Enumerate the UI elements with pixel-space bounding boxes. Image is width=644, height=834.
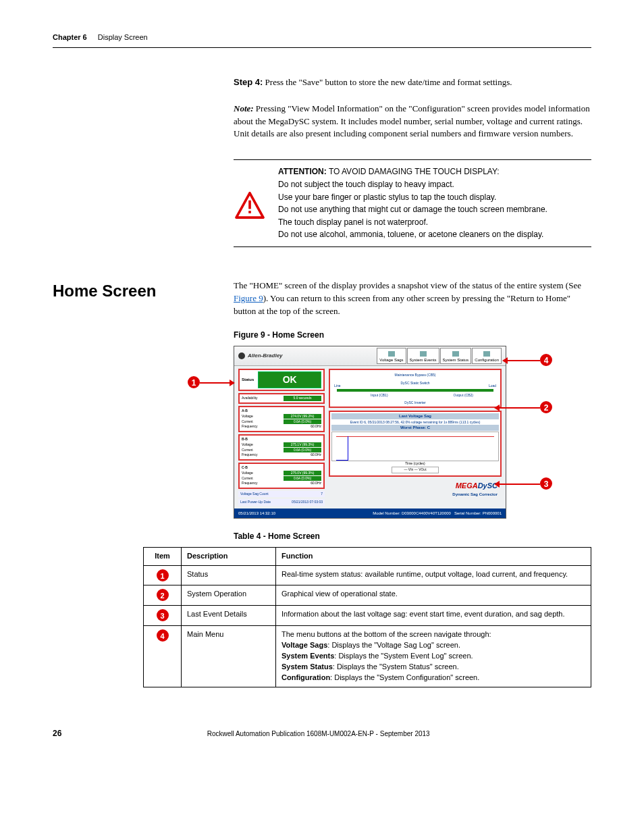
- clock: 05/21/2013 14:32:10: [238, 511, 275, 517]
- graph-subtitle: Worst Phase: C: [331, 425, 499, 431]
- step4-text: Press the "Save" button to store the new…: [265, 77, 512, 87]
- attention-lead: TO AVOID DAMAGING THE TOUCH DISPLAY:: [329, 167, 500, 176]
- para-pre: The "HOME" screen of the display provide…: [234, 280, 581, 290]
- chapter-title: Display Screen: [98, 32, 148, 43]
- note-label: Note:: [234, 103, 254, 113]
- note: Note: Pressing "View Model Information" …: [234, 103, 591, 141]
- status-panel: Status OK: [238, 369, 325, 390]
- graph-title: Last Voltage Sag: [331, 413, 499, 419]
- table-header-row: Item Description Function: [144, 547, 591, 565]
- phase-name: B-B: [242, 437, 321, 442]
- graph-legend: — VIn — VOut: [392, 467, 439, 473]
- item-badge: 1: [157, 569, 169, 581]
- main-menu: Voltage Sags System Events System Status…: [377, 348, 502, 365]
- callout-4: 4: [540, 354, 552, 366]
- warning-icon: [234, 165, 266, 241]
- callout-1: 1: [188, 376, 200, 388]
- row-desc: Main Menu: [182, 626, 276, 687]
- th-desc: Description: [182, 547, 276, 565]
- status-ok: OK: [258, 371, 321, 388]
- para-post: ). You can return to this screen from an…: [234, 293, 570, 316]
- table-row: 4 Main Menu The menu buttons at the bott…: [144, 626, 591, 687]
- item-badge: 3: [157, 609, 169, 621]
- attention-line: The touch display panel is not waterproo…: [278, 216, 547, 229]
- step4: Step 4: Press the "Save" button to store…: [234, 76, 591, 89]
- phase-bb: B-B Voltage275.1V (99.3%) Current0.6A (0…: [238, 434, 325, 461]
- running-header: Chapter 6 Display Screen: [53, 32, 591, 43]
- row-func: The menu buttons at the bottom of the sc…: [276, 626, 591, 687]
- phase-name: A-B: [242, 409, 321, 413]
- status-label: Status: [242, 377, 254, 383]
- sag-count: Voltage Sag Count7: [238, 491, 325, 497]
- brand: Allen-Bradley: [238, 352, 283, 360]
- menu-system-status[interactable]: System Status: [440, 348, 472, 365]
- home-screen-para: The "HOME" screen of the display provide…: [234, 280, 591, 318]
- phase-cb: C-B Voltage275.0V (99.3%) Current0.6A (0…: [238, 463, 325, 489]
- attention-label: ATTENTION:: [278, 167, 327, 176]
- attention-line: Use your bare finger or plastic stylus t…: [278, 191, 547, 204]
- callout-2: 2: [540, 401, 552, 413]
- last-sag-graph: Last Voltage Sag Event ID 6, 05/21/2013 …: [329, 411, 502, 476]
- power-up: Last Power-Up Date05/21/2013 07:03:03: [238, 499, 325, 505]
- attention-line: Do not use alcohol, ammonia, toluene, or…: [278, 228, 547, 241]
- table-caption: Table 4 - Home Screen: [234, 531, 591, 542]
- row-func: Real-time system status: available runti…: [276, 565, 591, 585]
- graph-plot: [331, 432, 499, 461]
- attention-line: Do not subject the touch display to heav…: [278, 178, 547, 191]
- system-diagram: Maintenance Bypass (CB5) Line Load DySC …: [329, 369, 502, 408]
- note-text: Pressing "View Model Information" on the…: [234, 103, 590, 139]
- th-item: Item: [144, 547, 182, 565]
- table-row: 1 Status Real-time system status: availa…: [144, 565, 591, 585]
- attention-text: ATTENTION: TO AVOID DAMAGING THE TOUCH D…: [278, 165, 547, 241]
- figure-9: Allen-Bradley Voltage Sags System Events…: [188, 346, 552, 519]
- availability-panel: Availability5.0 seconds: [238, 393, 325, 404]
- availability-value: 5.0 seconds: [284, 396, 321, 400]
- hmi-screenshot: Allen-Bradley Voltage Sags System Events…: [234, 346, 506, 519]
- attention-box: ATTENTION: TO AVOID DAMAGING THE TOUCH D…: [234, 159, 591, 247]
- row-desc: Last Event Details: [182, 606, 276, 626]
- chapter-label: Chapter 6: [53, 32, 87, 43]
- item-badge: 4: [157, 629, 169, 642]
- phase-name: C-B: [242, 465, 321, 470]
- brand-logo-icon: [238, 353, 245, 359]
- step4-label: Step 4:: [234, 77, 263, 87]
- graph-xaxis: Time (cycles): [331, 461, 499, 466]
- th-func: Function: [276, 547, 591, 565]
- hmi-footer: 05/21/2013 14:32:10 Model Number: D03000…: [234, 509, 506, 519]
- menu-voltage-sags[interactable]: Voltage Sags: [377, 348, 406, 365]
- availability-label: Availability: [242, 396, 258, 400]
- figure-link[interactable]: Figure 9: [234, 293, 263, 303]
- row-desc: Status: [182, 565, 276, 585]
- menu-system-events[interactable]: System Events: [407, 348, 439, 365]
- page-number: 26: [53, 728, 61, 739]
- row-func: Graphical view of operational state.: [276, 585, 591, 606]
- page-footer: 26 Rockwell Automation Publication 1608M…: [53, 728, 591, 739]
- product-logo: MEGADySC Dynamic Sag Corrector: [329, 479, 502, 499]
- menu-configuration[interactable]: Configuration: [472, 348, 502, 365]
- brand-text: Allen-Bradley: [248, 352, 283, 360]
- attention-line: Do not use anything that might cut or da…: [278, 203, 547, 216]
- row-desc: System Operation: [182, 585, 276, 606]
- item-badge: 2: [157, 589, 169, 601]
- publication-id: Rockwell Automation Publication 1608M-UM…: [207, 729, 430, 739]
- table-row: 2 System Operation Graphical view of ope…: [144, 585, 591, 606]
- graph-info: Event ID 6, 05/21/2013 08:27:56, 42.0% v…: [331, 420, 499, 425]
- section-head-home-screen: Home Screen: [53, 280, 234, 303]
- row-func: Information about the last voltage sag: …: [276, 606, 591, 626]
- svg-rect-2: [248, 211, 251, 213]
- table-row: 3 Last Event Details Information about t…: [144, 606, 591, 626]
- phase-ab: A-B Voltage274.0V (99.2%) Current0.6A (0…: [238, 406, 325, 432]
- svg-rect-1: [248, 201, 251, 209]
- header-rule: [53, 47, 591, 48]
- figure-caption: Figure 9 - Home Screen: [234, 330, 591, 341]
- callout-3: 3: [540, 477, 552, 490]
- table-4: Item Description Function 1 Status Real-…: [143, 547, 591, 687]
